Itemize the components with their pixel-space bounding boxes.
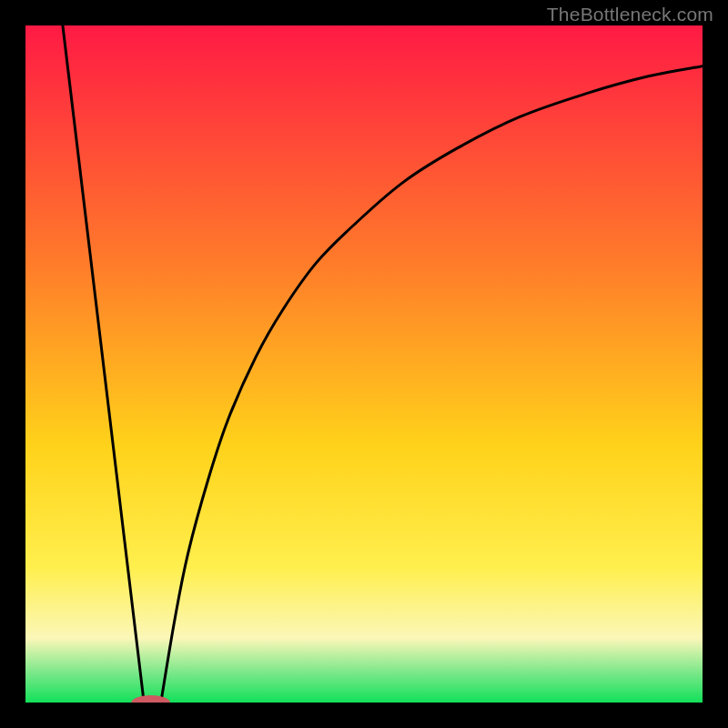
gradient-background <box>25 25 703 703</box>
chart-svg <box>25 25 703 703</box>
watermark-text: TheBottleneck.com <box>547 4 713 25</box>
plot-area <box>25 25 703 703</box>
outer-frame: TheBottleneck.com <box>0 0 728 728</box>
